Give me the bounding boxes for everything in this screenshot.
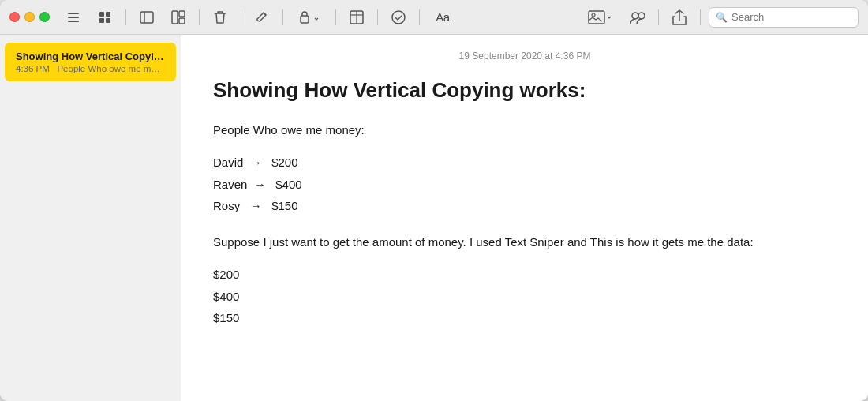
svg-point-20 <box>638 13 645 19</box>
note-intro: People Who owe me money: <box>213 120 836 141</box>
note-description: Suppose I just want to get the amount of… <box>213 232 836 253</box>
gallery-button[interactable] <box>166 6 191 28</box>
note-body: People Who owe me money: David → $200 Ra… <box>213 120 836 328</box>
font-button[interactable]: Aa <box>428 6 458 28</box>
search-box[interactable]: 🔍 <box>709 7 859 28</box>
share-button[interactable] <box>667 6 692 28</box>
search-icon: 🔍 <box>716 12 728 23</box>
money-entry-3: Rosy → $150 <box>213 196 836 216</box>
collab-button[interactable] <box>625 6 650 28</box>
svg-point-19 <box>632 13 638 19</box>
svg-rect-6 <box>106 18 110 23</box>
extracted-amount-2: $400 <box>213 287 836 307</box>
note-item-meta: 4:36 PM People Who owe me money: <box>16 64 165 73</box>
lock-button[interactable] <box>291 6 327 28</box>
checkmark-button[interactable] <box>386 6 411 28</box>
main-window: Aa <box>0 0 868 401</box>
svg-rect-11 <box>179 18 185 24</box>
extracted-amounts: $200 $400 $150 <box>213 264 836 328</box>
separator-8 <box>658 9 659 25</box>
note-date: 19 September 2020 at 4:36 PM <box>213 51 836 62</box>
svg-point-18 <box>592 13 595 17</box>
svg-rect-0 <box>68 13 79 14</box>
compose-button[interactable] <box>249 6 275 28</box>
svg-rect-7 <box>140 12 153 23</box>
svg-rect-1 <box>68 17 79 18</box>
separator-3 <box>241 9 241 25</box>
svg-rect-9 <box>172 11 178 24</box>
note-item-title: Showing How Vertical Copying works: <box>16 51 165 62</box>
separator-7 <box>419 9 420 25</box>
media-button[interactable] <box>582 6 619 28</box>
svg-rect-5 <box>99 18 104 23</box>
note-item-preview: People Who owe me money: <box>57 64 165 73</box>
svg-rect-12 <box>301 16 309 23</box>
search-input[interactable] <box>731 11 851 23</box>
separator-2 <box>199 9 200 25</box>
svg-rect-10 <box>179 11 185 17</box>
money-list: David → $200 Raven → $400 Rosy → $150 <box>213 152 836 216</box>
extracted-amount-3: $150 <box>213 308 836 328</box>
separator-9 <box>700 9 701 25</box>
svg-rect-3 <box>99 12 104 17</box>
svg-rect-17 <box>589 11 604 24</box>
minimize-button[interactable] <box>24 12 35 22</box>
svg-rect-4 <box>106 12 110 17</box>
sidebar: Showing How Vertical Copying works: 4:36… <box>0 35 181 401</box>
close-button[interactable] <box>9 12 20 22</box>
note-heading: Showing How Vertical Copying works: <box>213 77 836 104</box>
grid-view-button[interactable] <box>92 6 118 28</box>
separator-4 <box>282 9 283 25</box>
separator-6 <box>377 9 378 25</box>
money-entry-2: Raven → $400 <box>213 174 836 195</box>
maximize-button[interactable] <box>39 12 50 22</box>
svg-point-16 <box>392 11 405 24</box>
main-content: Showing How Vertical Copying works: 4:36… <box>0 35 868 401</box>
titlebar: Aa <box>0 0 868 35</box>
traffic-lights <box>9 12 50 22</box>
note-list-item[interactable]: Showing How Vertical Copying works: 4:36… <box>5 43 176 81</box>
table-button[interactable] <box>344 6 369 28</box>
note-item-time: 4:36 PM <box>16 64 50 73</box>
list-view-button[interactable] <box>61 6 86 28</box>
separator-1 <box>125 9 126 25</box>
trash-button[interactable] <box>208 6 233 28</box>
svg-rect-2 <box>68 21 79 22</box>
note-editor[interactable]: 19 September 2020 at 4:36 PM Showing How… <box>181 35 868 401</box>
money-entry-1: David → $200 <box>213 152 836 173</box>
sidebar-toggle-button[interactable] <box>134 6 159 28</box>
extracted-amount-1: $200 <box>213 264 836 285</box>
separator-5 <box>335 9 336 25</box>
